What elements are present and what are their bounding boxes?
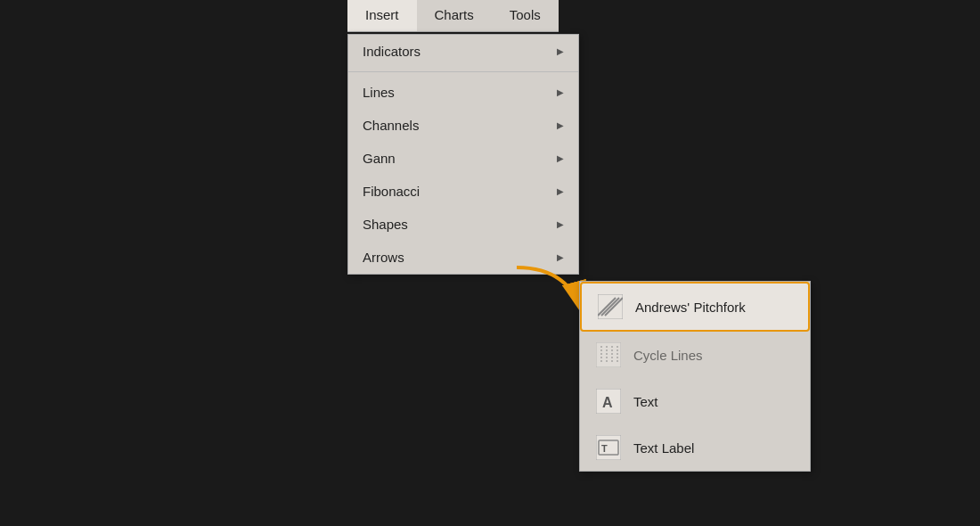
menu-item-fibonacci-label: Fibonacci	[363, 184, 420, 199]
tab-charts[interactable]: Charts	[417, 0, 492, 31]
submenu-arrow-indicators: ▶	[557, 46, 564, 56]
submenu-item-andrews-pitchfork-label: Andrews' Pitchfork	[635, 300, 746, 315]
submenu-item-cycle-lines-label: Cycle Lines	[633, 348, 703, 363]
menu-item-arrows-label: Arrows	[363, 250, 404, 265]
menu-item-lines[interactable]: Lines ▶	[348, 76, 578, 109]
menu-item-indicators[interactable]: Indicators ▶	[348, 35, 578, 68]
submenu-arrow-channels: ▶	[557, 120, 564, 130]
tab-insert[interactable]: Insert	[347, 0, 417, 31]
svg-text:T: T	[601, 443, 608, 454]
submenu-item-text[interactable]: A Text	[580, 378, 810, 424]
separator-1	[348, 71, 578, 72]
menu-item-gann[interactable]: Gann ▶	[348, 142, 578, 175]
menu-item-lines-label: Lines	[363, 85, 395, 100]
text-icon: A	[594, 387, 623, 415]
menu-item-shapes-label: Shapes	[363, 217, 408, 232]
svg-text:A: A	[602, 395, 613, 410]
submenu-arrow-lines: ▶	[557, 87, 564, 97]
menu-item-shapes[interactable]: Shapes ▶	[348, 208, 578, 241]
submenu-item-text-label-label: Text Label	[633, 440, 694, 456]
menu-item-channels[interactable]: Channels ▶	[348, 109, 578, 142]
submenu-arrow-shapes: ▶	[557, 219, 564, 229]
menu-item-arrows[interactable]: Arrows ▶	[348, 241, 578, 274]
submenu-item-text-label[interactable]: T Text Label	[580, 424, 810, 471]
submenu-arrow-gann: ▶	[557, 153, 564, 163]
menu-item-indicators-label: Indicators	[363, 44, 421, 59]
text-label-icon: T	[594, 433, 623, 462]
submenu-item-andrews-pitchfork[interactable]: Andrews' Pitchfork	[580, 282, 810, 332]
submenu-item-text-label: Text	[633, 394, 658, 409]
insert-dropdown-menu: Indicators ▶ Lines ▶ Channels ▶ Gann ▶ F…	[347, 34, 579, 275]
submenu-item-cycle-lines[interactable]: Cycle Lines	[580, 332, 810, 378]
menu-bar: Insert Charts Tools	[347, 0, 559, 32]
submenu-container: Andrews' Pitchfork Cycle Lines A Text	[579, 281, 811, 472]
cycle-lines-icon	[594, 341, 623, 369]
submenu-arrow-arrows: ▶	[557, 252, 564, 262]
menu-item-gann-label: Gann	[363, 151, 396, 166]
menu-item-channels-label: Channels	[363, 118, 419, 133]
svg-rect-12	[596, 435, 621, 460]
pitchfork-icon	[596, 292, 625, 321]
tab-tools[interactable]: Tools	[492, 0, 559, 31]
menu-item-fibonacci[interactable]: Fibonacci ▶	[348, 175, 578, 208]
submenu-arrow-fibonacci: ▶	[557, 186, 564, 196]
